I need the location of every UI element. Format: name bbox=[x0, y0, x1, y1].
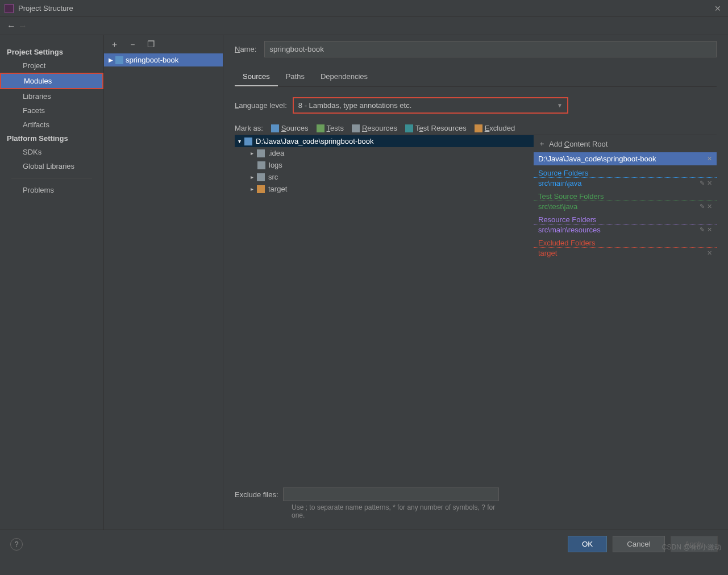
folder-path: src\test\java bbox=[538, 202, 577, 211]
language-level-label: Language level: bbox=[235, 101, 287, 110]
folder-icon bbox=[257, 161, 265, 169]
tree-label: src bbox=[268, 173, 278, 181]
sidebar-item-sdks[interactable]: SDKs bbox=[0, 145, 103, 159]
ok-button[interactable]: OK bbox=[568, 536, 607, 552]
sidebar-heading-platform: Platform Settings bbox=[0, 132, 103, 145]
name-input[interactable] bbox=[264, 41, 717, 57]
edit-icon[interactable]: ✎ bbox=[700, 226, 705, 234]
folder-path: src\main\resources bbox=[538, 226, 601, 234]
sidebar-item-modules[interactable]: Modules bbox=[0, 73, 103, 89]
chevron-down-icon: ▾ bbox=[238, 138, 241, 144]
close-icon[interactable]: ✕ bbox=[707, 203, 712, 210]
sidebar-item-artifacts[interactable]: Artifacts bbox=[0, 118, 103, 132]
mark-sources[interactable]: Sources bbox=[271, 124, 309, 132]
language-level-value: 8 - Lambdas, type annotations etc. bbox=[298, 101, 411, 110]
sidebar-item-libraries[interactable]: Libraries bbox=[0, 89, 103, 103]
sidebar-heading-project: Project Settings bbox=[0, 45, 103, 59]
tree-label: target bbox=[268, 185, 287, 193]
test-folder-item[interactable]: src\test\java ✎✕ bbox=[534, 201, 717, 212]
module-toolbar: ＋ － ❐ bbox=[104, 35, 223, 53]
folder-icon bbox=[475, 124, 482, 132]
chevron-right-icon: ▸ bbox=[251, 186, 253, 192]
mark-as-label: Mark as: bbox=[235, 124, 263, 132]
close-icon[interactable]: ✕ bbox=[707, 226, 712, 234]
folder-path: src\main\java bbox=[538, 179, 582, 188]
exclude-files-row: Exclude files: Use ; to separate name pa… bbox=[235, 488, 507, 519]
folder-icon bbox=[271, 124, 279, 132]
titlebar: Project Structure ✕ bbox=[0, 0, 728, 17]
close-icon[interactable]: ✕ bbox=[707, 180, 712, 187]
mark-excluded[interactable]: Excluded bbox=[475, 124, 515, 132]
folder-icon bbox=[405, 124, 413, 132]
forward-icon: → bbox=[17, 21, 28, 31]
sidebar-item-facets[interactable]: Facets bbox=[0, 103, 103, 118]
chevron-right-icon: ▸ bbox=[251, 174, 253, 180]
cancel-button[interactable]: Cancel bbox=[613, 536, 665, 552]
app-icon bbox=[5, 4, 14, 13]
tab-dependencies[interactable]: Dependencies bbox=[313, 68, 376, 86]
folder-path: target bbox=[538, 249, 557, 257]
content-root-path[interactable]: D:\Java\Java_code\springboot-book ✕ bbox=[534, 152, 717, 165]
sidebar-item-global-libraries[interactable]: Global Libraries bbox=[0, 159, 103, 173]
resource-folders-heading: Resource Folders bbox=[534, 212, 717, 224]
tree-root-label: D:\Java\Java_code\springboot-book bbox=[256, 137, 373, 145]
test-folders-heading: Test Source Folders bbox=[534, 189, 717, 201]
module-icon bbox=[115, 56, 123, 64]
excluded-folders-heading: Excluded Folders bbox=[534, 235, 717, 248]
excluded-folder-item[interactable]: target ✕ bbox=[534, 248, 717, 259]
folder-icon bbox=[257, 149, 265, 157]
folder-icon bbox=[257, 185, 265, 193]
name-row: Name: bbox=[235, 41, 717, 57]
module-list-panel: ＋ － ❐ ▶ springboot-book bbox=[104, 35, 223, 530]
sidebar-item-problems[interactable]: Problems bbox=[0, 183, 103, 197]
chevron-down-icon: ▼ bbox=[557, 102, 563, 109]
root-path-text: D:\Java\Java_code\springboot-book bbox=[538, 155, 656, 163]
tabs: Sources Paths Dependencies bbox=[235, 68, 717, 87]
window-title: Project Structure bbox=[18, 4, 712, 13]
language-level-row: Language level: 8 - Lambdas, type annota… bbox=[235, 97, 717, 114]
mark-tests[interactable]: Tests bbox=[317, 124, 344, 132]
mark-resources[interactable]: Resources bbox=[352, 124, 397, 132]
help-icon[interactable]: ? bbox=[10, 538, 23, 551]
module-name: springboot-book bbox=[126, 56, 178, 64]
edit-icon[interactable]: ✎ bbox=[700, 203, 705, 210]
module-tree-item[interactable]: ▶ springboot-book bbox=[104, 53, 223, 66]
sidebar: Project Settings Project Modules Librari… bbox=[0, 35, 104, 530]
close-icon[interactable]: ✕ bbox=[707, 155, 712, 163]
resource-folder-item[interactable]: src\main\resources ✎✕ bbox=[534, 224, 717, 235]
tab-paths[interactable]: Paths bbox=[278, 68, 313, 86]
tree-root[interactable]: ▾ D:\Java\Java_code\springboot-book bbox=[235, 135, 534, 147]
add-content-root[interactable]: ＋ Add Content Root bbox=[534, 135, 717, 152]
folder-icon bbox=[317, 124, 325, 132]
name-label: Name: bbox=[235, 45, 256, 53]
main-panel: Name: Sources Paths Dependencies Languag… bbox=[223, 35, 728, 530]
folder-icon bbox=[257, 173, 265, 181]
mark-as-row: Mark as: Sources Tests Resources Test Re… bbox=[235, 124, 717, 132]
add-icon[interactable]: ＋ bbox=[110, 40, 119, 49]
tree-row[interactable]: ▸ target bbox=[235, 183, 534, 195]
mark-test-resources[interactable]: Test Resources bbox=[405, 124, 467, 132]
plus-icon: ＋ bbox=[538, 139, 546, 149]
source-tree[interactable]: ▾ D:\Java\Java_code\springboot-book ▸ .i… bbox=[235, 135, 534, 470]
chevron-right-icon: ▸ bbox=[251, 150, 253, 156]
navbar: ← → bbox=[0, 17, 728, 35]
close-icon[interactable]: ✕ bbox=[712, 4, 723, 13]
source-folder-item[interactable]: src\main\java ✎✕ bbox=[534, 178, 717, 189]
content: Project Settings Project Modules Librari… bbox=[0, 35, 728, 530]
close-icon[interactable]: ✕ bbox=[707, 249, 712, 257]
back-icon[interactable]: ← bbox=[6, 21, 17, 31]
sidebar-divider bbox=[11, 178, 92, 178]
sidebar-item-project[interactable]: Project bbox=[0, 59, 103, 73]
tree-row[interactable]: ▸ .idea bbox=[235, 147, 534, 159]
tree-row[interactable]: ▸ src bbox=[235, 171, 534, 183]
copy-icon[interactable]: ❐ bbox=[146, 40, 155, 49]
tree-row[interactable]: logs bbox=[235, 159, 534, 171]
remove-icon[interactable]: － bbox=[128, 40, 137, 49]
source-folders-heading: Source Folders bbox=[534, 165, 717, 178]
tab-sources[interactable]: Sources bbox=[235, 68, 278, 86]
edit-icon[interactable]: ✎ bbox=[700, 180, 705, 187]
folder-icon bbox=[244, 138, 252, 145]
tree-label: .idea bbox=[268, 149, 284, 157]
language-level-dropdown[interactable]: 8 - Lambdas, type annotations etc. ▼ bbox=[293, 97, 568, 114]
exclude-files-input[interactable] bbox=[283, 488, 499, 501]
